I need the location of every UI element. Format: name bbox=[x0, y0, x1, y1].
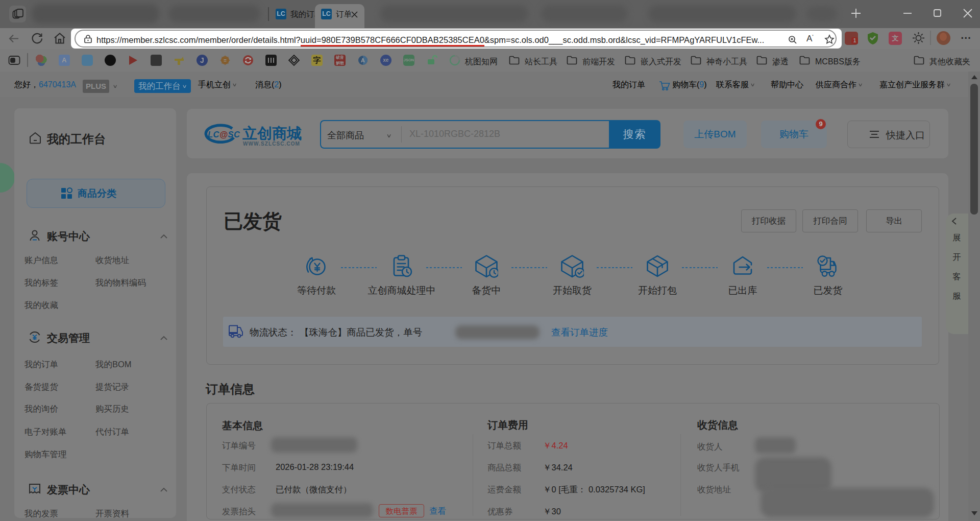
svg-text:LC@SC: LC@SC bbox=[208, 130, 240, 139]
svg-text:A: A bbox=[361, 57, 365, 63]
svg-text:=: = bbox=[224, 58, 227, 63]
